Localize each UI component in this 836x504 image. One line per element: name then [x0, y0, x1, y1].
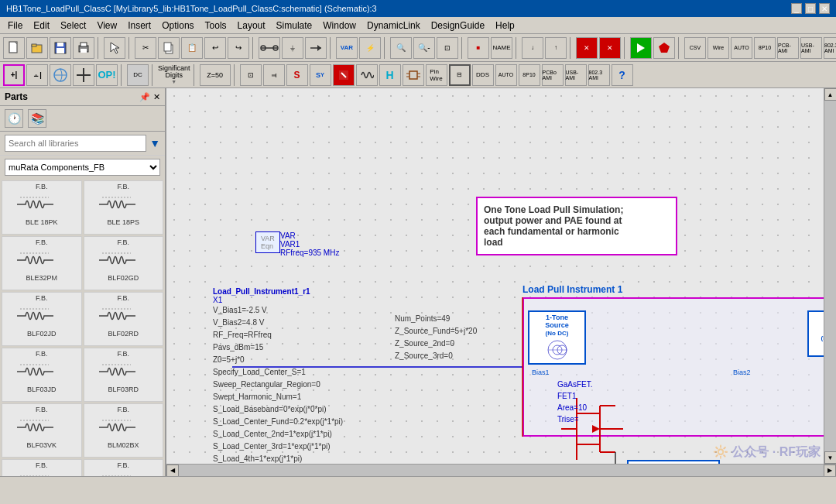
t2-rf[interactable]	[333, 64, 355, 86]
menu-window[interactable]: Window	[318, 19, 361, 33]
copy-btn[interactable]	[158, 37, 180, 59]
t2-dc[interactable]: DC	[127, 64, 149, 86]
part-cell[interactable]: F.B.BLF03JD	[2, 348, 82, 402]
close-btn[interactable]: ✕	[819, 3, 830, 14]
menu-insert[interactable]: Insert	[123, 19, 156, 33]
menu-help[interactable]: Help	[491, 19, 519, 33]
t2-sy[interactable]: SY	[310, 64, 331, 86]
sidebar-pin-icon[interactable]: 📌	[139, 92, 150, 102]
print-btn[interactable]	[73, 37, 94, 59]
menu-designguide[interactable]: DesignGuide	[427, 19, 489, 33]
menu-file[interactable]: File	[3, 19, 27, 33]
extra1-btn[interactable]: 8P10	[754, 37, 776, 59]
var-btn[interactable]: VAR	[336, 37, 358, 59]
menu-tools[interactable]: Tools	[200, 19, 231, 33]
t2-sp[interactable]: ⫤	[263, 64, 285, 86]
scroll-up-btn[interactable]: ▲	[824, 88, 837, 101]
rf-btn[interactable]: 802.3-AMI	[824, 37, 836, 59]
t2-5[interactable]: OP!	[96, 64, 118, 86]
import-btn[interactable]: ↑	[545, 37, 567, 59]
library-dropdown[interactable]: muRata Components_FB	[5, 159, 160, 176]
part-cell[interactable]: F.B.BLM02BB	[2, 459, 82, 476]
t2-auto[interactable]: AUTO	[495, 64, 517, 86]
zoom-in-btn[interactable]: 🔍	[390, 37, 412, 59]
t2-8023[interactable]: 802.3 AMI	[588, 64, 610, 86]
stop-btn[interactable]	[653, 37, 675, 59]
z50-btn[interactable]: Z=50	[200, 64, 231, 86]
pointer-btn[interactable]	[104, 37, 125, 59]
save-btn[interactable]	[50, 37, 71, 59]
sidebar-header-icons[interactable]: 📌 ✕	[139, 92, 160, 102]
dds-btn[interactable]: AUTO	[731, 37, 752, 59]
part-cell[interactable]: F.B.BLM02BC	[84, 459, 164, 476]
t2-s[interactable]: S	[286, 64, 308, 86]
tab-library[interactable]: 📚	[28, 109, 46, 128]
redo-btn[interactable]: ↪	[228, 37, 249, 59]
undo-btn[interactable]: ↩	[204, 37, 226, 59]
t2-wave[interactable]	[356, 64, 378, 86]
menu-select[interactable]: Select	[56, 19, 91, 33]
t2-2[interactable]: ⫠|	[26, 64, 48, 86]
snap-btn[interactable]: ■	[468, 37, 489, 59]
minimize-btn[interactable]: _	[791, 3, 802, 14]
scroll-left-btn[interactable]: ◀	[166, 465, 179, 477]
var-block[interactable]: VAREqn VARVAR1RFfreq=935 MHz	[255, 231, 280, 253]
t2-1[interactable]: +|	[3, 64, 25, 86]
part-cell[interactable]: F.B.BLF02JD	[2, 292, 82, 346]
schematic-canvas[interactable]: One Tone Load Pull Simulation;output pow…	[166, 88, 836, 476]
pcb-btn[interactable]: PCB-AMI	[777, 37, 799, 59]
h-scroll-track[interactable]	[179, 465, 824, 476]
maximize-btn[interactable]: □	[805, 3, 816, 14]
significant-digits-control[interactable]: Significant Digits ▼	[158, 65, 190, 84]
t2-3[interactable]	[50, 64, 71, 86]
h-scrollbar[interactable]: ◀ ▶	[166, 464, 836, 476]
part-cell[interactable]: F.B.BLF02RD	[84, 292, 164, 346]
pin-btn[interactable]: ✕	[576, 37, 598, 59]
open-btn[interactable]	[26, 37, 48, 59]
t2-rf2[interactable]: USB-AMI	[565, 64, 587, 86]
t2-box1[interactable]: ⊟	[449, 64, 471, 86]
menu-options[interactable]: Options	[157, 19, 198, 33]
name-btn[interactable]: NAME	[491, 37, 512, 59]
v-scrollbar[interactable]: ▲ ▼	[824, 88, 836, 464]
port-btn[interactable]	[305, 37, 327, 59]
fit-btn[interactable]: ⊡	[437, 37, 458, 59]
part-cell[interactable]: F.B.BLF03VK	[2, 403, 82, 458]
export-btn[interactable]: ↓	[522, 37, 543, 59]
new-btn[interactable]	[3, 37, 25, 59]
t2-4[interactable]	[73, 64, 94, 86]
part-cell[interactable]: F.B.BLF02GD	[84, 236, 164, 290]
t2-pcb2[interactable]: 8P10	[519, 64, 540, 86]
paste-btn[interactable]: 📋	[181, 37, 203, 59]
wire-btn[interactable]	[259, 37, 280, 59]
wire2-btn[interactable]: Wire	[708, 37, 729, 59]
simulate-btn[interactable]	[630, 37, 652, 59]
t2-help[interactable]: ?	[612, 64, 633, 86]
t2-pin[interactable]: PinWire	[426, 64, 447, 86]
probe-btn[interactable]: ⚡	[359, 37, 381, 59]
menu-view[interactable]: View	[92, 19, 122, 33]
title-bar-controls[interactable]: _ □ ✕	[791, 3, 830, 14]
usb-btn[interactable]: USB-AMI	[800, 37, 822, 59]
v-scroll-track[interactable]	[824, 101, 836, 451]
menu-dynamiclink[interactable]: DynamicLink	[362, 19, 425, 33]
ground-btn[interactable]: ⏚	[282, 37, 303, 59]
csv-btn[interactable]: CSV	[684, 37, 706, 59]
menu-layout[interactable]: Layout	[233, 19, 270, 33]
scroll-down-btn[interactable]: ▼	[824, 451, 837, 464]
t2-eq[interactable]: ⊡	[240, 64, 262, 86]
search-input[interactable]	[5, 135, 146, 152]
sidebar-close-icon[interactable]: ✕	[153, 92, 160, 102]
part-cell[interactable]: F.B.BLE 18PS	[84, 180, 164, 235]
pin2-btn[interactable]: ✕	[599, 37, 621, 59]
menu-simulate[interactable]: Simulate	[272, 19, 317, 33]
part-cell[interactable]: F.B.BLM02BX	[84, 403, 164, 458]
tab-recent[interactable]: 🕐	[5, 109, 23, 128]
menu-edit[interactable]: Edit	[29, 19, 54, 33]
cut-btn[interactable]: ✂	[135, 37, 156, 59]
zoom-out-btn[interactable]: 🔍-	[413, 37, 435, 59]
t2-h[interactable]: H	[379, 64, 401, 86]
scroll-right-btn[interactable]: ▶	[824, 465, 836, 477]
t2-dds2[interactable]: DDS	[472, 64, 494, 86]
t2-chip[interactable]	[403, 64, 424, 86]
